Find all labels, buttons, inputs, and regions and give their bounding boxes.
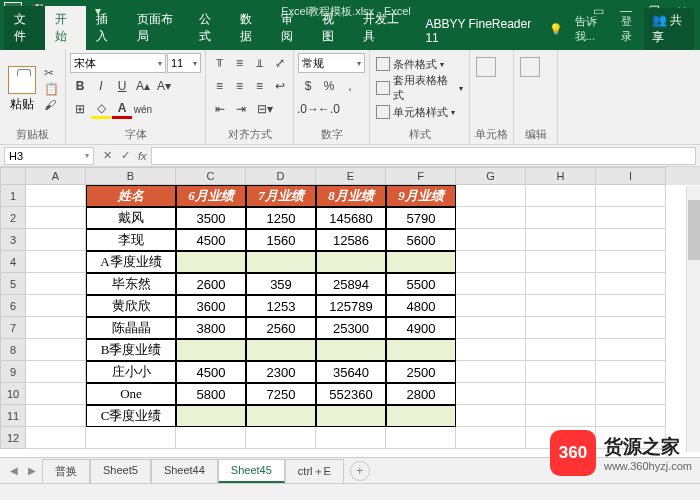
- row-header-7[interactable]: 7: [0, 317, 26, 339]
- shrink-font-button[interactable]: A▾: [154, 76, 174, 96]
- cell-style-button[interactable]: 单元格样式▾: [374, 101, 465, 123]
- cell-C9[interactable]: 4500: [176, 361, 246, 383]
- cell-F5[interactable]: 5500: [386, 273, 456, 295]
- cell-E9[interactable]: 35640: [316, 361, 386, 383]
- row-header-1[interactable]: 1: [0, 185, 26, 207]
- cell-I9[interactable]: [596, 361, 666, 383]
- cell-D10[interactable]: 7250: [246, 383, 316, 405]
- col-header-D[interactable]: D: [246, 167, 316, 185]
- cell-C8[interactable]: [176, 339, 246, 361]
- cell-A3[interactable]: [26, 229, 86, 251]
- cell-G3[interactable]: [456, 229, 526, 251]
- tab-file[interactable]: 文件: [4, 6, 45, 50]
- sheet-tab-1[interactable]: Sheet5: [90, 459, 151, 483]
- cut-icon[interactable]: ✂: [42, 66, 61, 80]
- row-header-2[interactable]: 2: [0, 207, 26, 229]
- select-all-corner[interactable]: [0, 167, 26, 185]
- border-button[interactable]: ⊞: [70, 99, 90, 119]
- cell-D1[interactable]: 7月业绩: [246, 185, 316, 207]
- col-header-A[interactable]: A: [26, 167, 86, 185]
- orientation-button[interactable]: ⤢: [270, 53, 289, 73]
- cell-C3[interactable]: 4500: [176, 229, 246, 251]
- comma-button[interactable]: ,: [340, 76, 360, 96]
- copy-icon[interactable]: 📋: [42, 82, 61, 96]
- cell-B7[interactable]: 陈晶晶: [86, 317, 176, 339]
- col-header-C[interactable]: C: [176, 167, 246, 185]
- sheet-nav-next-icon[interactable]: ▶: [24, 465, 40, 476]
- merge-button[interactable]: ⊟▾: [252, 99, 278, 119]
- tab-data[interactable]: 数据: [230, 6, 271, 50]
- cell-E5[interactable]: 25894: [316, 273, 386, 295]
- cell-A10[interactable]: [26, 383, 86, 405]
- share-button[interactable]: 👥 共享: [644, 8, 694, 50]
- cell-G10[interactable]: [456, 383, 526, 405]
- row-header-5[interactable]: 5: [0, 273, 26, 295]
- cell-D6[interactable]: 1253: [246, 295, 316, 317]
- col-header-H[interactable]: H: [526, 167, 596, 185]
- sheet-nav-prev-icon[interactable]: ◀: [6, 465, 22, 476]
- tab-formulas[interactable]: 公式: [189, 6, 230, 50]
- cell-E11[interactable]: [316, 405, 386, 427]
- cell-C2[interactable]: 3500: [176, 207, 246, 229]
- cell-I11[interactable]: [596, 405, 666, 427]
- cell-B11[interactable]: C季度业绩: [86, 405, 176, 427]
- row-header-11[interactable]: 11: [0, 405, 26, 427]
- font-name-combo[interactable]: 宋体▾: [70, 53, 166, 73]
- row-header-12[interactable]: 12: [0, 427, 26, 449]
- cell-A2[interactable]: [26, 207, 86, 229]
- paste-button[interactable]: 粘贴: [4, 53, 40, 125]
- cell-A6[interactable]: [26, 295, 86, 317]
- phonetic-button[interactable]: wén: [133, 99, 153, 119]
- wrap-text-button[interactable]: ↩: [270, 76, 289, 96]
- cell-I7[interactable]: [596, 317, 666, 339]
- font-size-combo[interactable]: 11▾: [167, 53, 201, 73]
- cell-F11[interactable]: [386, 405, 456, 427]
- cell-F6[interactable]: 4800: [386, 295, 456, 317]
- spreadsheet-grid[interactable]: ABCDEFGHI 1姓名6月业绩7月业绩8月业绩9月业绩2戴风35001250…: [0, 167, 700, 457]
- currency-button[interactable]: $: [298, 76, 318, 96]
- cell-E8[interactable]: [316, 339, 386, 361]
- cell-G8[interactable]: [456, 339, 526, 361]
- sheet-tab-2[interactable]: Sheet44: [151, 459, 218, 483]
- cell-E4[interactable]: [316, 251, 386, 273]
- cell-E3[interactable]: 12586: [316, 229, 386, 251]
- cell-C10[interactable]: 5800: [176, 383, 246, 405]
- cell-I4[interactable]: [596, 251, 666, 273]
- enter-icon[interactable]: ✓: [116, 149, 134, 162]
- cell-F12[interactable]: [386, 427, 456, 449]
- col-header-B[interactable]: B: [86, 167, 176, 185]
- add-sheet-button[interactable]: +: [350, 461, 370, 481]
- italic-button[interactable]: I: [91, 76, 111, 96]
- cell-D12[interactable]: [246, 427, 316, 449]
- percent-button[interactable]: %: [319, 76, 339, 96]
- cell-F8[interactable]: [386, 339, 456, 361]
- cell-A8[interactable]: [26, 339, 86, 361]
- cell-I5[interactable]: [596, 273, 666, 295]
- cell-I8[interactable]: [596, 339, 666, 361]
- underline-button[interactable]: U: [112, 76, 132, 96]
- cell-H6[interactable]: [526, 295, 596, 317]
- col-header-E[interactable]: E: [316, 167, 386, 185]
- tab-review[interactable]: 审阅: [271, 6, 312, 50]
- align-top-button[interactable]: ⫪: [210, 53, 229, 73]
- cell-D7[interactable]: 2560: [246, 317, 316, 339]
- tellme-text[interactable]: 告诉我...: [575, 14, 609, 44]
- row-header-8[interactable]: 8: [0, 339, 26, 361]
- cell-I3[interactable]: [596, 229, 666, 251]
- cell-D9[interactable]: 2300: [246, 361, 316, 383]
- cell-H11[interactable]: [526, 405, 596, 427]
- cell-H10[interactable]: [526, 383, 596, 405]
- cell-F3[interactable]: 5600: [386, 229, 456, 251]
- fx-icon[interactable]: fx: [134, 150, 151, 162]
- tab-home[interactable]: 开始: [45, 6, 86, 50]
- tab-view[interactable]: 视图: [312, 6, 353, 50]
- tab-abbyy[interactable]: ABBYY FineReader 11: [415, 12, 542, 50]
- cell-B12[interactable]: [86, 427, 176, 449]
- tab-insert[interactable]: 插入: [86, 6, 127, 50]
- cell-E2[interactable]: 145680: [316, 207, 386, 229]
- login-link[interactable]: 登录: [621, 14, 639, 44]
- cell-E6[interactable]: 125789: [316, 295, 386, 317]
- cell-G12[interactable]: [456, 427, 526, 449]
- cell-I6[interactable]: [596, 295, 666, 317]
- cell-E7[interactable]: 25300: [316, 317, 386, 339]
